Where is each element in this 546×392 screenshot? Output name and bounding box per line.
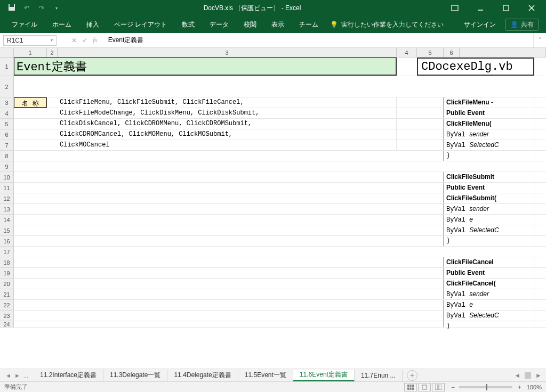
close-icon[interactable]	[519, 0, 544, 16]
row-header[interactable]: 2	[0, 76, 14, 97]
hscroll-thumb[interactable]	[525, 372, 531, 379]
right-code-cell[interactable]: ClickFileSubmit(	[444, 193, 534, 203]
row-header[interactable]: 24	[0, 321, 14, 328]
file-name-cell[interactable]: CDocexeDlg.vb	[417, 58, 534, 76]
right-code-cell[interactable]: ClickFileMenu(	[444, 119, 534, 129]
spreadsheet-grid[interactable]: 123456 123456789101112131415161718192021…	[0, 48, 546, 368]
formula-input[interactable]	[105, 35, 531, 46]
right-code-cell[interactable]: )	[444, 236, 534, 246]
col-header[interactable]: 3	[58, 48, 397, 57]
minimize-icon[interactable]	[468, 0, 493, 16]
right-code-cell[interactable]: Public Event	[444, 183, 534, 193]
ribbon-tab-4[interactable]: 数式	[174, 16, 202, 33]
ribbon-tab-6[interactable]: 校閲	[236, 16, 264, 33]
ribbon-tab-5[interactable]: データ	[202, 16, 236, 33]
zoom-in-button[interactable]: ＋	[517, 383, 523, 391]
right-code-cell[interactable]: ByVal sender	[444, 204, 534, 214]
col-header[interactable]: 5	[417, 48, 444, 57]
row-header[interactable]: 19	[0, 268, 14, 279]
qat-dropdown-icon[interactable]: ▾	[51, 6, 62, 11]
row-header[interactable]: 21	[0, 289, 14, 300]
sheet-tab[interactable]: 11.7Enun ...	[355, 370, 403, 381]
zoom-out-button[interactable]: −	[451, 384, 454, 390]
page-layout-view-button[interactable]	[418, 383, 431, 391]
row-header[interactable]: 14	[0, 215, 14, 225]
row-header[interactable]: 1	[0, 58, 14, 76]
maximize-icon[interactable]	[494, 0, 518, 16]
sheet-tab[interactable]: 11.6Event定義書	[293, 370, 355, 381]
row-header[interactable]: 6	[0, 129, 14, 140]
share-button[interactable]: 👤共有	[505, 19, 539, 31]
row-header[interactable]: 15	[0, 225, 14, 236]
tab-scroll-right-icon[interactable]: ►	[14, 372, 20, 379]
ribbon-tab-3[interactable]: ページ レイアウト	[107, 16, 174, 33]
row-header[interactable]: 7	[0, 140, 14, 151]
tab-scroll-left-icon[interactable]: ◄	[5, 372, 11, 379]
save-icon[interactable]	[6, 4, 17, 13]
row-header[interactable]: 9	[0, 161, 14, 172]
formula-expand-icon[interactable]: ˅	[533, 33, 546, 47]
tab-ellipsis[interactable]: ...	[23, 372, 28, 379]
row-header[interactable]: 12	[0, 193, 14, 204]
row-header[interactable]: 4	[0, 108, 14, 119]
ribbon-tab-1[interactable]: ホーム	[45, 16, 79, 33]
row-header[interactable]: 17	[0, 247, 14, 257]
right-code-cell[interactable]: ByVal SelectedC	[444, 140, 534, 150]
col-header[interactable]: 2	[47, 48, 58, 57]
body-cell[interactable]: ClickMOCancel	[58, 140, 397, 150]
hscroll-left-icon[interactable]: ◄	[514, 372, 520, 379]
right-code-cell[interactable]: Public Event	[444, 268, 534, 278]
row-header[interactable]: 20	[0, 279, 14, 289]
row-header[interactable]: 13	[0, 204, 14, 215]
cells-area[interactable]: Event定義書CDocexeDlg.vb名 称ClickFileMenu, C…	[14, 58, 546, 368]
normal-view-button[interactable]	[404, 383, 417, 391]
redo-icon[interactable]: ↷	[36, 4, 47, 12]
row-header[interactable]: 5	[0, 119, 14, 129]
name-label-cell[interactable]: 名 称	[14, 97, 47, 108]
row-header[interactable]: 3	[0, 97, 14, 108]
signin-link[interactable]: サインイン	[464, 20, 496, 29]
right-code-cell[interactable]: )	[444, 151, 534, 161]
row-header[interactable]: 22	[0, 300, 14, 311]
fx-icon[interactable]: fx	[93, 36, 98, 44]
right-code-cell[interactable]: ClickFileSubmit	[444, 172, 534, 182]
page-break-view-button[interactable]	[432, 383, 445, 391]
sheet-tab[interactable]: 11.4Delegate定義書	[167, 370, 238, 381]
right-code-cell[interactable]: ClickFileCancel(	[444, 279, 534, 289]
zoom-slider[interactable]	[459, 386, 512, 388]
new-sheet-button[interactable]: ＋	[407, 370, 417, 381]
undo-icon[interactable]: ↶	[21, 4, 32, 12]
col-header[interactable]: 6	[444, 48, 460, 57]
chevron-down-icon[interactable]: ▾	[51, 38, 53, 43]
ribbon-tab-2[interactable]: 挿入	[79, 16, 107, 33]
right-code-cell[interactable]: ByVal e	[444, 215, 534, 225]
right-code-cell[interactable]: ClickFileMenu -	[444, 97, 534, 108]
body-cell[interactable]: ClickCDROMCancel, ClickMOMenu, ClickMOSu…	[58, 129, 397, 140]
body-cell[interactable]: ClickDiskCancel, ClickCDROMMenu, ClickCD…	[58, 119, 397, 129]
select-all-corner[interactable]	[0, 48, 14, 58]
col-header[interactable]: 1	[14, 48, 47, 57]
sheet-tab[interactable]: 11.2Interface定義書	[34, 370, 103, 381]
row-header[interactable]: 11	[0, 183, 14, 193]
sheet-tab[interactable]: 11.3Delegate一覧	[103, 370, 167, 381]
right-code-cell[interactable]: Public Event	[444, 108, 534, 118]
ribbon-tab-8[interactable]: チーム	[292, 16, 326, 33]
ribbon-tab-0[interactable]: ファイル	[4, 16, 45, 33]
tell-me[interactable]: 💡実行したい作業を入力してください	[330, 20, 444, 29]
body-cell[interactable]: ClickFileModeChange, ClickDiskMenu, Clic…	[58, 108, 397, 118]
col-header[interactable]: 4	[397, 48, 417, 57]
right-code-cell[interactable]: ByVal sender	[444, 289, 534, 299]
right-code-cell[interactable]: )	[444, 321, 534, 327]
right-code-cell[interactable]: ByVal e	[444, 300, 534, 310]
row-header[interactable]: 16	[0, 236, 14, 247]
title-cell[interactable]: Event定義書	[14, 58, 397, 76]
name-box[interactable]: R1C1 ▾	[3, 35, 57, 46]
hscroll-right-icon[interactable]: ►	[535, 372, 542, 379]
right-code-cell[interactable]: ByVal SelectedC	[444, 311, 534, 321]
row-header[interactable]: 23	[0, 311, 14, 321]
enter-formula-icon[interactable]: ✓	[82, 37, 87, 44]
row-header[interactable]: 8	[0, 151, 14, 161]
row-header[interactable]: 10	[0, 172, 14, 183]
ribbon-display-icon[interactable]	[443, 0, 467, 16]
cancel-formula-icon[interactable]: ✕	[71, 37, 77, 44]
